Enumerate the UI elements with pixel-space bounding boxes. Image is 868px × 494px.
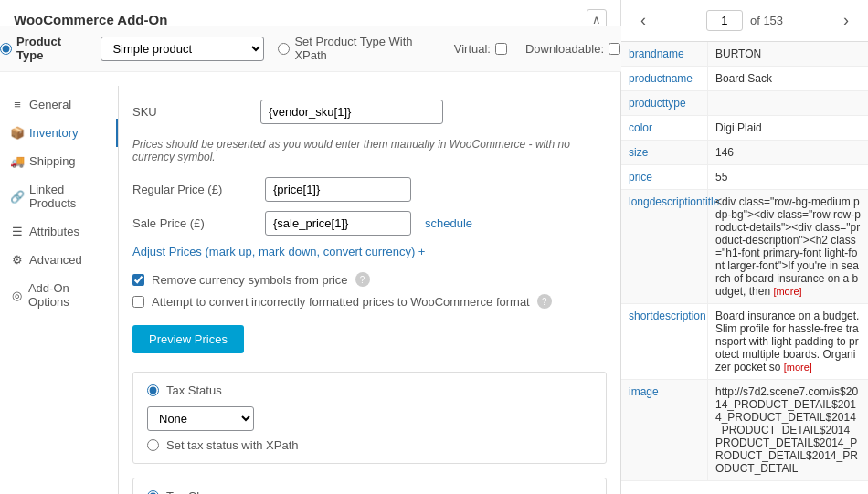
sku-label: SKU xyxy=(132,105,242,119)
panel-title: WooCommerce Add-On xyxy=(14,12,167,27)
preview-prices-button[interactable]: Preview Prices xyxy=(132,325,244,353)
tax-class-header: Tax Class xyxy=(147,489,592,494)
data-val-color: Digi Plaid xyxy=(708,116,868,140)
data-key-longdescription: longdescriptiontitle xyxy=(621,190,708,303)
tax-status-xpath-radio[interactable] xyxy=(147,439,159,451)
data-val-price: 55 xyxy=(708,165,868,189)
panel-body: ≡ General 📦 Inventory 🚚 Shipping 🔗 Linke… xyxy=(0,86,620,494)
table-row: shortdescription Board insurance on a bu… xyxy=(621,304,868,380)
sidebar: ≡ General 📦 Inventory 🚚 Shipping 🔗 Linke… xyxy=(0,86,119,494)
regular-price-input[interactable] xyxy=(265,177,411,202)
data-val-size: 146 xyxy=(708,141,868,164)
table-row: brandname BURTON xyxy=(621,42,868,67)
tax-status-section: Tax Status None Taxable Shipping only Se… xyxy=(132,372,607,464)
sale-price-input[interactable] xyxy=(265,211,411,236)
remove-currency-help-icon[interactable]: ? xyxy=(355,272,370,287)
nav-page: of 153 xyxy=(706,10,783,31)
data-val-longdescription: <div class="row-bg-medium pdp-bg"><div c… xyxy=(708,190,868,303)
sidebar-item-attributes[interactable]: ☰ Attributes xyxy=(0,217,118,246)
product-type-radio[interactable] xyxy=(0,43,12,55)
data-val-shortdescription: Board insurance on a budget. Slim profil… xyxy=(708,304,868,379)
table-row: color Digi Plaid xyxy=(621,116,868,141)
data-key-color: color xyxy=(621,116,708,140)
right-panel: ‹ of 153 › brandname BURTON productname … xyxy=(621,0,868,494)
tax-status-radio[interactable] xyxy=(147,384,159,396)
linked-icon: 🔗 xyxy=(11,190,24,203)
product-type-radio-label[interactable]: Product Type xyxy=(0,35,87,62)
data-table: brandname BURTON productname Board Sack … xyxy=(621,42,868,494)
data-val-brandname: BURTON xyxy=(708,42,868,66)
sku-input[interactable] xyxy=(260,100,443,124)
xpath-radio[interactable] xyxy=(278,43,290,55)
data-key-size: size xyxy=(621,141,708,164)
data-val-productname: Board Sack xyxy=(708,67,868,90)
total-pages: of 153 xyxy=(750,14,783,27)
sku-row: SKU xyxy=(132,100,607,124)
virtual-checkbox[interactable] xyxy=(495,43,507,55)
table-row: productname Board Sack xyxy=(621,67,868,91)
price-note: Prices should be presented as you would … xyxy=(132,138,607,163)
product-type-row: Product Type Simple product Variable pro… xyxy=(0,26,634,72)
sidebar-item-linked-products[interactable]: 🔗 Linked Products xyxy=(0,175,118,217)
prev-button[interactable]: ‹ xyxy=(635,9,651,32)
sidebar-item-general[interactable]: ≡ General xyxy=(0,90,118,119)
table-row: longdescriptiontitle <div class="row-bg-… xyxy=(621,190,868,304)
convert-format-label: Attempt to convert incorrectly formatted… xyxy=(152,295,530,309)
virtual-row: Virtual: Downloadable: xyxy=(454,42,620,56)
remove-currency-row: Remove currency symbols from price ? xyxy=(132,272,607,287)
data-key-productname: productname xyxy=(621,67,708,90)
xpath-radio-label[interactable]: Set Product Type With XPath xyxy=(278,35,439,62)
general-icon: ≡ xyxy=(11,99,24,111)
sale-price-label: Sale Price (£) xyxy=(132,216,251,230)
data-val-producttype xyxy=(708,91,868,115)
convert-format-help-icon[interactable]: ? xyxy=(537,294,552,309)
downloadable-item: Downloadable: xyxy=(525,42,620,56)
main-content: SKU Prices should be presented as you wo… xyxy=(119,86,620,494)
attributes-icon: ☰ xyxy=(11,226,24,238)
schedule-link[interactable]: schedule xyxy=(425,216,472,230)
nav-header: ‹ of 153 › xyxy=(621,0,868,42)
data-key-image: image xyxy=(621,380,708,480)
sidebar-item-advanced[interactable]: ⚙ Advanced xyxy=(0,246,118,274)
remove-currency-checkbox[interactable] xyxy=(132,274,144,286)
regular-price-label: Regular Price (£) xyxy=(132,183,251,196)
data-key-shortdescription: shortdescription xyxy=(621,304,708,379)
product-type-select[interactable]: Simple product Variable product Grouped … xyxy=(101,37,264,61)
sale-price-row: Sale Price (£) schedule xyxy=(132,211,607,236)
page-input[interactable] xyxy=(706,10,743,31)
addon-icon: ◎ xyxy=(11,289,23,301)
data-val-image: http://s7d2.scene7.com/is$2014_PRODUCT_D… xyxy=(708,380,868,480)
next-button[interactable]: › xyxy=(838,9,854,32)
table-row: size 146 xyxy=(621,141,868,165)
convert-format-row: Attempt to convert incorrectly formatted… xyxy=(132,294,607,309)
table-row: price 55 xyxy=(621,165,868,190)
convert-format-checkbox[interactable] xyxy=(132,296,144,308)
data-key-price: price xyxy=(621,165,708,189)
inventory-icon: 📦 xyxy=(11,127,24,140)
tax-class-radio[interactable] xyxy=(147,490,159,494)
sidebar-item-addon-options[interactable]: ◎ Add-On Options xyxy=(0,274,118,316)
long-desc-more-link[interactable]: [more] xyxy=(773,286,801,297)
tax-status-select[interactable]: None Taxable Shipping only xyxy=(147,406,254,431)
virtual-item: Virtual: xyxy=(454,42,507,56)
tax-status-xpath-row: Set tax status with XPath xyxy=(147,438,592,452)
regular-price-row: Regular Price (£) xyxy=(132,177,607,202)
tax-class-section: Tax Class Standard Reduced rate Zero rat… xyxy=(132,478,607,494)
shipping-icon: 🚚 xyxy=(11,155,24,168)
data-key-producttype: producttype xyxy=(621,91,708,115)
table-row: image http://s7d2.scene7.com/is$2014_PRO… xyxy=(621,380,868,481)
downloadable-checkbox[interactable] xyxy=(609,43,620,55)
remove-currency-label: Remove currency symbols from price xyxy=(152,273,348,287)
sidebar-item-inventory[interactable]: 📦 Inventory xyxy=(0,119,118,147)
adjust-prices-link[interactable]: Adjust Prices (mark up, mark down, conve… xyxy=(132,245,607,258)
short-desc-more-link[interactable]: [more] xyxy=(784,362,812,373)
sidebar-item-shipping[interactable]: 🚚 Shipping xyxy=(0,147,118,175)
table-row: producttype xyxy=(621,91,868,116)
left-panel: WooCommerce Add-On ∧ Product Type Simple… xyxy=(0,0,621,494)
advanced-icon: ⚙ xyxy=(11,254,24,267)
tax-status-header: Tax Status xyxy=(147,384,592,397)
data-key-brandname: brandname xyxy=(621,42,708,66)
